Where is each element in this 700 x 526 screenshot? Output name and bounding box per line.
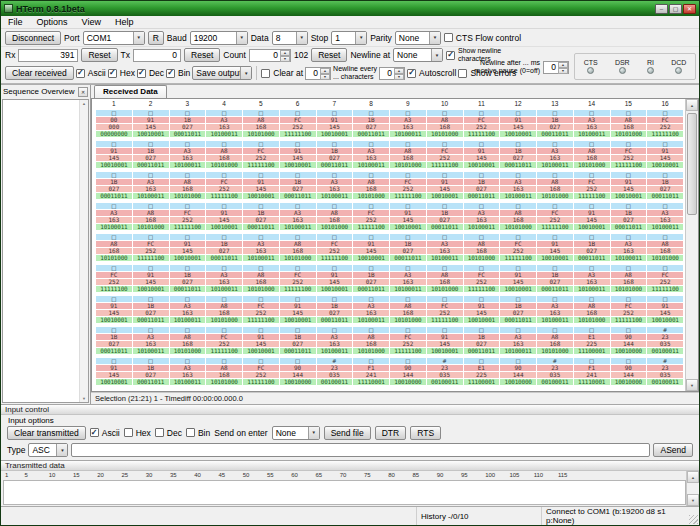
byte-cell-bin[interactable]: 11111100 bbox=[647, 286, 683, 292]
byte-cell-bin[interactable]: 11111100 bbox=[427, 317, 463, 323]
byte-cell-dec[interactable]: 163 bbox=[170, 372, 206, 378]
byte-cell-hex[interactable]: 91 bbox=[96, 303, 132, 309]
byte-cell-ascii[interactable]: □ bbox=[133, 358, 169, 364]
byte-cell-ascii[interactable]: □ bbox=[427, 327, 463, 333]
spinner[interactable] bbox=[394, 68, 404, 79]
byte-cell-bin[interactable]: 10010001 bbox=[280, 162, 316, 168]
byte-cell-hex[interactable]: 91 bbox=[243, 334, 279, 340]
byte-cell-dec[interactable]: 027 bbox=[170, 279, 206, 285]
byte-cell-ascii[interactable]: # bbox=[317, 358, 353, 364]
byte-cell-hex[interactable]: 91 bbox=[317, 117, 353, 123]
byte-cell-hex[interactable]: 23 bbox=[647, 334, 683, 340]
byte-cell-dec[interactable]: 145 bbox=[574, 217, 610, 223]
byte-cell-hex[interactable]: 91 bbox=[647, 148, 683, 154]
byte-cell-dec[interactable]: 145 bbox=[280, 310, 316, 316]
byte-cell-hex[interactable]: 91 bbox=[390, 210, 426, 216]
byte-cell-bin[interactable]: 00011011 bbox=[427, 224, 463, 230]
byte-cell-bin[interactable]: 10100011 bbox=[500, 348, 536, 354]
byte-cell-bin[interactable]: 10101000 bbox=[243, 131, 279, 137]
byte-cell-hex[interactable]: A3 bbox=[500, 179, 536, 185]
clear-received-button[interactable]: Clear received bbox=[5, 66, 74, 80]
byte-cell-hex[interactable]: FC bbox=[611, 303, 647, 309]
byte-cell-ascii[interactable]: □ bbox=[537, 234, 573, 240]
menu-options[interactable]: Options bbox=[30, 17, 75, 27]
byte-cell-ascii[interactable]: □ bbox=[500, 358, 536, 364]
byte-cell-bin[interactable]: 11110001 bbox=[574, 379, 610, 385]
byte-cell-dec[interactable]: 027 bbox=[464, 341, 500, 347]
byte-cell-dec[interactable]: 145 bbox=[464, 155, 500, 161]
byte-cell-dec[interactable]: 163 bbox=[390, 279, 426, 285]
byte-cell-hex[interactable]: A3 bbox=[574, 117, 610, 123]
byte-cell-bin[interactable]: 10101000 bbox=[206, 317, 242, 323]
byte-cell-ascii[interactable]: □ bbox=[96, 296, 132, 302]
byte-cell-bin[interactable]: 00011011 bbox=[611, 224, 647, 230]
byte-cell-dec[interactable]: 168 bbox=[170, 341, 206, 347]
byte-cell-hex[interactable]: 1B bbox=[133, 303, 169, 309]
byte-cell-hex[interactable]: A3 bbox=[464, 210, 500, 216]
byte-cell-bin[interactable]: 11111100 bbox=[611, 317, 647, 323]
byte-cell-bin[interactable]: 11100001 bbox=[464, 379, 500, 385]
byte-cell-bin[interactable]: 00100011 bbox=[647, 348, 683, 354]
byte-cell-dec[interactable]: 252 bbox=[464, 124, 500, 130]
byte-cell-bin[interactable]: 10100011 bbox=[317, 348, 353, 354]
byte-cell-ascii[interactable]: □ bbox=[170, 172, 206, 178]
byte-cell-bin[interactable]: 10100011 bbox=[96, 224, 132, 230]
byte-cell-ascii[interactable]: □ bbox=[206, 141, 242, 147]
byte-cell-dec[interactable]: 027 bbox=[390, 248, 426, 254]
byte-cell-ascii[interactable]: □ bbox=[464, 203, 500, 209]
byte-cell-bin[interactable]: 10101000 bbox=[611, 286, 647, 292]
byte-cell-ascii[interactable]: □ bbox=[464, 358, 500, 364]
byte-cell-bin[interactable]: 10101000 bbox=[537, 348, 573, 354]
byte-cell-hex[interactable]: A3 bbox=[206, 272, 242, 278]
byte-cell-dec[interactable]: 168 bbox=[317, 217, 353, 223]
clear-transmitted-button[interactable]: Clear transmitted bbox=[7, 426, 86, 440]
byte-cell-bin[interactable]: 10100011 bbox=[611, 255, 647, 261]
byte-cell-hex[interactable]: A8 bbox=[206, 303, 242, 309]
byte-cell-dec[interactable]: 027 bbox=[647, 186, 683, 192]
byte-cell-ascii[interactable]: □ bbox=[611, 358, 647, 364]
byte-cell-ascii[interactable]: □ bbox=[170, 141, 206, 147]
byte-cell-bin[interactable]: 10010001 bbox=[243, 348, 279, 354]
menu-help[interactable]: Help bbox=[108, 17, 141, 27]
byte-cell-ascii[interactable]: □ bbox=[317, 296, 353, 302]
byte-cell-ascii[interactable]: □ bbox=[280, 358, 316, 364]
byte-cell-ascii[interactable]: □ bbox=[317, 203, 353, 209]
byte-cell-bin[interactable]: 10010001 bbox=[647, 162, 683, 168]
byte-cell-dec[interactable]: 252 bbox=[390, 186, 426, 192]
rts-button[interactable]: RTS bbox=[410, 426, 441, 440]
byte-cell-hex[interactable]: FC bbox=[537, 210, 573, 216]
scroll-down-icon[interactable]: ▼ bbox=[82, 396, 86, 401]
byte-cell-hex[interactable]: 1B bbox=[500, 303, 536, 309]
byte-cell-bin[interactable]: 10101000 bbox=[353, 348, 389, 354]
byte-cell-bin[interactable]: 10100011 bbox=[574, 286, 610, 292]
byte-cell-ascii[interactable]: □ bbox=[317, 327, 353, 333]
byte-cell-bin[interactable]: 10010001 bbox=[317, 286, 353, 292]
byte-cell-dec[interactable]: 163 bbox=[133, 186, 169, 192]
byte-cell-bin[interactable]: 11111100 bbox=[96, 286, 132, 292]
byte-cell-bin[interactable]: 11111100 bbox=[243, 379, 279, 385]
byte-cell-dec[interactable]: 252 bbox=[537, 217, 573, 223]
byte-cell-dec[interactable]: 163 bbox=[500, 341, 536, 347]
byte-cell-dec[interactable]: 027 bbox=[464, 186, 500, 192]
byte-cell-dec[interactable]: 027 bbox=[537, 124, 573, 130]
byte-cell-hex[interactable]: A8 bbox=[280, 241, 316, 247]
byte-cell-dec[interactable]: 252 bbox=[243, 155, 279, 161]
byte-cell-bin[interactable]: 10101000 bbox=[464, 255, 500, 261]
byte-cell-hex[interactable]: A8 bbox=[390, 303, 426, 309]
byte-cell-hex[interactable]: 91 bbox=[500, 117, 536, 123]
byte-cell-ascii[interactable]: □ bbox=[133, 327, 169, 333]
byte-cell-dec[interactable]: 027 bbox=[280, 186, 316, 192]
byte-cell-dec[interactable]: 252 bbox=[96, 279, 132, 285]
byte-cell-bin[interactable]: 10101000 bbox=[243, 286, 279, 292]
byte-cell-dec[interactable]: 252 bbox=[427, 155, 463, 161]
byte-cell-hex[interactable]: FC bbox=[574, 179, 610, 185]
byte-cell-dec[interactable]: 163 bbox=[353, 310, 389, 316]
byte-cell-dec[interactable]: 252 bbox=[390, 341, 426, 347]
transmitted-scrollbar[interactable]: ▲ ▼ bbox=[686, 471, 699, 506]
byte-cell-dec[interactable]: 252 bbox=[206, 186, 242, 192]
byte-cell-hex[interactable]: FC bbox=[647, 272, 683, 278]
byte-cell-ascii[interactable]: □ bbox=[574, 358, 610, 364]
byte-cell-dec[interactable]: 168 bbox=[647, 248, 683, 254]
byte-cell-hex[interactable]: FC bbox=[170, 210, 206, 216]
byte-cell-ascii[interactable]: □ bbox=[243, 265, 279, 271]
